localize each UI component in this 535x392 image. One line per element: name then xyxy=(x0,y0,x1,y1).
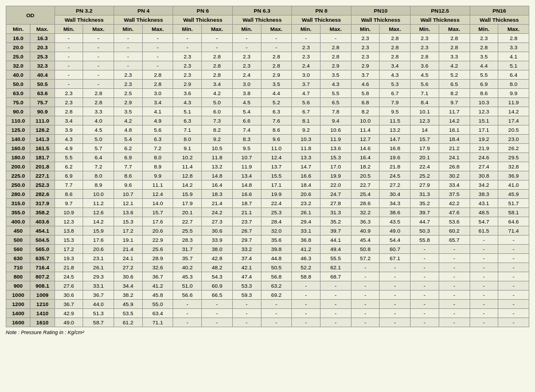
data-cell: 31.3 xyxy=(411,190,439,199)
data-cell: - xyxy=(380,291,411,300)
data-cell: 2.8 xyxy=(142,70,173,80)
table-row: 1600161049.058.761.271.1------------ xyxy=(6,318,529,327)
data-cell: 6.9 xyxy=(114,153,142,162)
data-cell: - xyxy=(411,300,439,309)
data-cell: 2.3 xyxy=(411,43,439,52)
data-cell: 15.1 xyxy=(470,116,498,126)
data-cell: 17.9 xyxy=(411,144,439,153)
od-max-cell: 161.5 xyxy=(30,144,54,153)
pn125-max-header: Max. xyxy=(439,25,470,34)
data-cell: 5.2 xyxy=(261,98,292,107)
data-cell: - xyxy=(54,80,83,89)
data-cell: 14.8 xyxy=(202,171,233,181)
od-min-cell: 500 xyxy=(6,236,30,245)
data-cell: 2.9 xyxy=(320,61,351,70)
data-cell: - xyxy=(439,272,470,281)
data-cell: 2.8 xyxy=(202,52,233,61)
data-cell: 3.3 xyxy=(498,43,529,52)
pn32-max-header: Max. xyxy=(83,25,114,34)
data-cell: 63.2 xyxy=(261,281,292,291)
data-cell: 10.6 xyxy=(320,126,351,135)
data-cell: 2.9 xyxy=(173,80,202,89)
data-cell: 45.4 xyxy=(351,236,380,245)
data-cell: 14.7 xyxy=(380,135,411,144)
data-cell: 26.8 xyxy=(439,162,470,171)
data-cell: 8.2 xyxy=(439,89,470,98)
data-cell: 4.6 xyxy=(351,80,380,89)
od-max-cell: 16.3 xyxy=(30,34,54,43)
data-cell: 16.6 xyxy=(292,171,321,181)
data-cell: 19.6 xyxy=(380,153,411,162)
data-cell: 3.3 xyxy=(83,107,114,116)
data-cell: 4.2 xyxy=(202,89,233,98)
data-cell: 4.4 xyxy=(470,61,498,70)
data-cell: 11.4 xyxy=(173,162,202,171)
data-cell: 25.4 xyxy=(351,190,380,199)
data-cell: 13.2 xyxy=(202,162,233,171)
data-cell: 28.3 xyxy=(173,236,202,245)
data-cell: 8.6 xyxy=(261,126,292,135)
data-cell: 27.2 xyxy=(380,181,411,190)
table-row: 140.0141.34.35.05.46.38.09.28.39.610.311… xyxy=(6,135,529,144)
data-cell: 41.0 xyxy=(498,181,529,190)
od-max-cell: 565.0 xyxy=(30,245,54,254)
data-cell: 5.5 xyxy=(320,89,351,98)
data-cell: 8.0 xyxy=(83,171,114,181)
od-min-header: Min. xyxy=(6,25,30,34)
data-cell: - xyxy=(232,309,261,318)
data-cell: 8.0 xyxy=(142,153,173,162)
od-min-cell: 355.0 xyxy=(6,208,30,217)
data-cell: 25.3 xyxy=(261,208,292,217)
data-cell: 50.3 xyxy=(411,226,439,236)
data-cell: 9.5 xyxy=(380,107,411,116)
od-max-cell: 1210 xyxy=(30,300,54,309)
data-cell: - xyxy=(292,318,321,327)
data-cell: 11.1 xyxy=(142,181,173,190)
data-cell: 3.4 xyxy=(142,98,173,107)
data-cell: - xyxy=(202,43,233,52)
data-cell: 11.4 xyxy=(351,126,380,135)
data-cell: 33.4 xyxy=(439,181,470,190)
data-cell: 3.5 xyxy=(320,70,351,80)
data-cell: - xyxy=(292,34,321,43)
data-cell: 55.5 xyxy=(320,254,351,263)
data-cell: 55.0 xyxy=(142,300,173,309)
data-cell: 43.5 xyxy=(380,217,411,226)
data-cell: 14.2 xyxy=(498,107,529,116)
data-cell: 56.6 xyxy=(173,291,202,300)
data-cell: - xyxy=(173,309,202,318)
data-cell: 8.6 xyxy=(470,89,498,98)
data-cell: 11.5 xyxy=(380,116,411,126)
od-min-cell: 280.0 xyxy=(6,190,30,199)
data-cell: 58.8 xyxy=(292,272,321,281)
data-cell: 30.6 xyxy=(114,272,142,281)
table-row: 16.016.3----------2.32.82.32.82.32.8 xyxy=(6,34,529,43)
table-row: 1200121036.744.045.955.0------------ xyxy=(6,300,529,309)
data-cell: 36.9 xyxy=(498,171,529,181)
data-cell: 17.6 xyxy=(83,236,114,245)
data-cell: - xyxy=(142,61,173,70)
data-cell: 21.4 xyxy=(202,199,233,208)
data-cell: - xyxy=(470,309,498,318)
data-cell: 17.1 xyxy=(261,181,292,190)
data-cell: 71.1 xyxy=(142,318,173,327)
data-cell: 10.5 xyxy=(202,144,233,153)
main-table: OD PN 3.2 PN 4 PN 6 PN 6.3 PN 8 PN10 PN1… xyxy=(6,6,529,327)
data-cell: 7.1 xyxy=(411,89,439,98)
table-row: 1400141042.951.353.563.4------------ xyxy=(6,309,529,318)
data-cell: - xyxy=(470,254,498,263)
table-row: 450454.113.815.917.220.625.530.626.732.0… xyxy=(6,226,529,236)
data-cell: 4.8 xyxy=(114,126,142,135)
data-cell: 14.2 xyxy=(83,217,114,226)
data-cell: 51.7 xyxy=(498,199,529,208)
data-cell: 2.3 xyxy=(114,70,142,80)
data-cell: 15.9 xyxy=(173,190,202,199)
data-cell: 63.4 xyxy=(142,309,173,318)
data-cell: - xyxy=(202,34,233,43)
data-cell: 12.3 xyxy=(470,107,498,116)
pn4-header: PN 4 xyxy=(114,6,173,15)
table-row: 160.0161.54.95.76.27.29.110.59.511.011.8… xyxy=(6,144,529,153)
data-cell: 4.4 xyxy=(261,89,292,98)
table-row: 20.020.3--------2.32.82.32.82.32.82.83.3 xyxy=(6,43,529,52)
table-row: 560565.017.220.621.425.631.738.033.239.8… xyxy=(6,245,529,254)
